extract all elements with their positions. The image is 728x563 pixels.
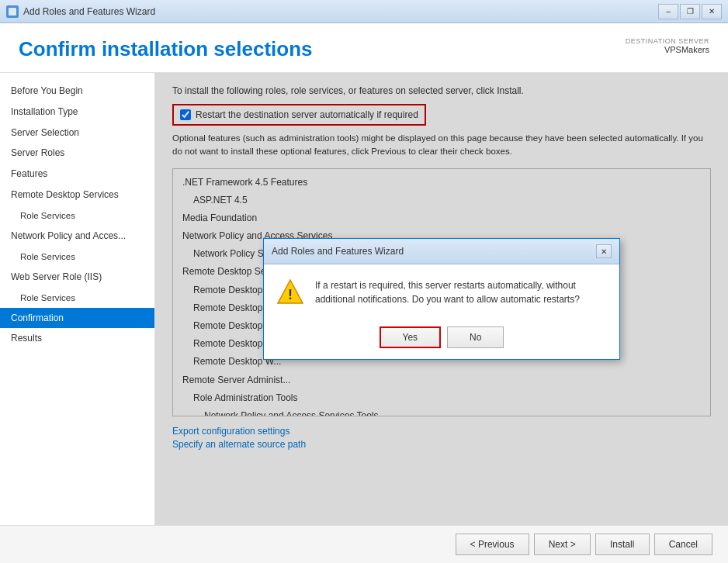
dialog-footer: Yes No — [264, 320, 619, 359]
restore-button[interactable]: ❐ — [680, 4, 700, 19]
sidebar: Before You Begin Installation Type Serve… — [0, 73, 155, 525]
sidebar-item-server-selection[interactable]: Server Selection — [0, 123, 154, 143]
sidebar-item-web-server-role[interactable]: Web Server Role (IIS) — [0, 267, 154, 288]
dialog-no-button[interactable]: No — [447, 326, 504, 348]
app-icon — [6, 5, 19, 18]
destination-name: VPSMakers — [626, 45, 709, 54]
dialog-body: ! If a restart is required, this server … — [264, 264, 619, 320]
sidebar-item-features[interactable]: Features — [0, 164, 154, 185]
svg-rect-0 — [9, 8, 16, 16]
sidebar-item-role-services-1[interactable]: Role Services — [0, 206, 154, 226]
destination-label: DESTINATION SERVER — [626, 37, 709, 45]
destination-server-info: DESTINATION SERVER VPSMakers — [626, 37, 709, 54]
sidebar-item-role-services-2[interactable]: Role Services — [0, 247, 154, 267]
dialog-title: Add Roles and Features Wizard — [272, 246, 404, 257]
title-normal: Confirm — [19, 37, 96, 60]
window-title: Add Roles and Features Wizard — [23, 6, 155, 17]
sidebar-item-network-policy[interactable]: Network Policy and Acces... — [0, 226, 154, 247]
sidebar-item-installation-type[interactable]: Installation Type — [0, 102, 154, 123]
close-button[interactable]: ✕ — [702, 4, 722, 19]
next-button[interactable]: Next > — [534, 534, 591, 555]
title-bold: installation selections — [96, 37, 313, 60]
cancel-button[interactable]: Cancel — [654, 534, 712, 555]
sidebar-item-confirmation[interactable]: Confirmation — [0, 308, 154, 329]
dialog-close-button[interactable]: ✕ — [596, 244, 612, 258]
previous-button[interactable]: < Previous — [456, 534, 529, 555]
dialog-yes-button[interactable]: Yes — [380, 326, 442, 348]
page-title: Confirm installation selections — [19, 37, 313, 61]
dialog-message: If a restart is required, this server re… — [315, 278, 607, 306]
window-controls: – ❐ ✕ — [658, 4, 722, 19]
sidebar-item-role-services-3[interactable]: Role Services — [0, 288, 154, 308]
dialog: Add Roles and Features Wizard ✕ ! If a r… — [263, 238, 620, 360]
header: Confirm installation selections DESTINAT… — [0, 23, 728, 73]
sidebar-item-results[interactable]: Results — [0, 328, 154, 349]
modal-overlay: Add Roles and Features Wizard ✕ ! If a r… — [155, 73, 728, 525]
sidebar-item-remote-desktop-services[interactable]: Remote Desktop Services — [0, 185, 154, 206]
title-bar: Add Roles and Features Wizard – ❐ ✕ — [0, 0, 728, 23]
minimize-button[interactable]: – — [658, 4, 678, 19]
install-button[interactable]: Install — [595, 534, 650, 555]
footer: < Previous Next > Install Cancel — [0, 525, 728, 563]
title-bar-left: Add Roles and Features Wizard — [6, 5, 155, 18]
svg-text:!: ! — [288, 287, 293, 302]
sidebar-item-server-roles[interactable]: Server Roles — [0, 143, 154, 164]
dialog-titlebar: Add Roles and Features Wizard ✕ — [264, 239, 619, 264]
body: Before You Begin Installation Type Serve… — [0, 73, 728, 525]
content-area: To install the following roles, role ser… — [155, 73, 728, 525]
main-window: Confirm installation selections DESTINAT… — [0, 23, 728, 563]
warning-icon: ! — [276, 278, 304, 306]
sidebar-item-before-you-begin[interactable]: Before You Begin — [0, 81, 154, 102]
